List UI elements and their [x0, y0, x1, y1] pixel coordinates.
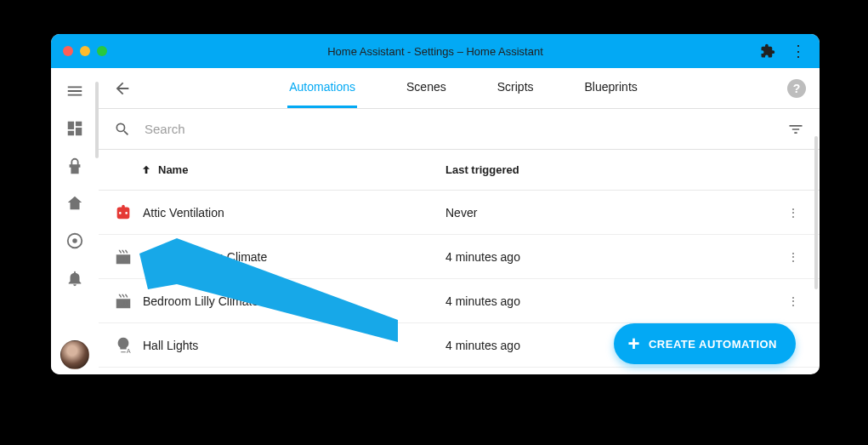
dashboard-icon[interactable] — [65, 119, 84, 138]
tab-automations[interactable]: Automations — [287, 68, 357, 108]
row-name: Bedroom Lilly Climate — [143, 294, 445, 308]
row-type-icon — [114, 292, 143, 311]
row-overflow-menu[interactable]: ⋮ — [782, 206, 804, 220]
table-row[interactable]: Attic Ventilation Never ⋮ — [99, 191, 820, 235]
sidebar-rail — [51, 68, 99, 374]
window-title: Home Assistant - Settings – Home Assista… — [51, 45, 820, 58]
tab-scripts[interactable]: Scripts — [496, 68, 536, 108]
row-type-icon — [114, 248, 143, 266]
row-overflow-menu[interactable]: ⋮ — [782, 250, 804, 264]
tabs: Automations Scenes Scripts Blueprints — [139, 68, 787, 108]
user-avatar[interactable] — [60, 340, 89, 369]
help-icon[interactable]: ? — [787, 79, 806, 98]
svg-point-1 — [72, 238, 77, 243]
search-bar — [99, 109, 820, 150]
search-icon — [114, 121, 131, 138]
tab-blueprints[interactable]: Blueprints — [583, 68, 639, 108]
menu-icon[interactable] — [65, 82, 84, 100]
titlebar: Home Assistant - Settings – Home Assista… — [51, 34, 820, 68]
table-row[interactable]: Bedroom Flynn Climate 4 minutes ago ⋮ — [99, 235, 820, 279]
row-name: Bedroom Flynn Climate — [143, 250, 445, 264]
topbar: Automations Scenes Scripts Blueprints ? — [99, 68, 820, 109]
devtools-icon[interactable] — [65, 157, 84, 175]
extensions-icon[interactable] — [760, 43, 775, 59]
sort-asc-icon[interactable] — [139, 163, 153, 177]
plus-icon: + — [627, 334, 640, 354]
svg-text:A: A — [127, 347, 131, 355]
content-scrollbar[interactable] — [814, 136, 818, 289]
row-last-triggered: 4 minutes ago — [445, 250, 782, 264]
back-button[interactable] — [105, 79, 139, 98]
home-icon[interactable] — [65, 194, 84, 213]
table-row[interactable]: Bedroom Lilly Climate 4 minutes ago ⋮ — [99, 279, 820, 323]
tab-scenes[interactable]: Scenes — [405, 68, 448, 108]
row-type-icon: A — [114, 336, 143, 355]
logbook-icon[interactable] — [65, 231, 84, 250]
row-type-icon — [114, 203, 143, 222]
row-name: Attic Ventilation — [143, 206, 445, 220]
search-input[interactable] — [143, 121, 775, 137]
overflow-menu-icon[interactable]: ⋮ — [784, 42, 813, 60]
column-name[interactable]: Name — [158, 163, 188, 176]
create-automation-button[interactable]: + CREATE AUTOMATION — [614, 323, 796, 364]
main-content: Automations Scenes Scripts Blueprints ? … — [99, 68, 820, 374]
column-last-triggered[interactable]: Last triggered — [445, 163, 519, 176]
notifications-icon[interactable] — [65, 269, 84, 288]
row-last-triggered: 4 minutes ago — [445, 294, 782, 308]
filter-icon[interactable] — [787, 121, 804, 138]
row-overflow-menu[interactable]: ⋮ — [782, 294, 804, 308]
arrow-left-icon — [113, 79, 132, 98]
row-last-triggered: Never — [445, 206, 782, 220]
fab-label: CREATE AUTOMATION — [649, 338, 777, 351]
table-header: Name Last triggered — [99, 150, 820, 191]
row-name: Hall Lights — [143, 339, 445, 352]
app-window: Home Assistant - Settings – Home Assista… — [51, 34, 820, 374]
